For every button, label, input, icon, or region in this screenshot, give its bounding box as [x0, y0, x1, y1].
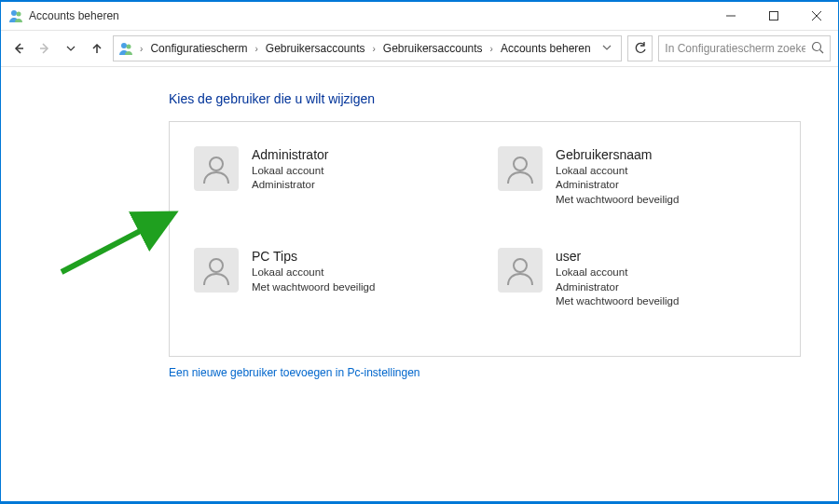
svg-point-14: [514, 157, 527, 170]
account-tile[interactable]: user Lokaal account Administrator Met wa…: [496, 246, 777, 310]
up-button[interactable]: [87, 37, 107, 60]
svg-point-9: [121, 43, 127, 48]
maximize-button[interactable]: [752, 2, 795, 30]
back-button[interactable]: [8, 37, 29, 60]
account-info: PC Tips Lokaal account Met wachtwoord be…: [252, 248, 375, 294]
recent-locations-button[interactable]: [61, 37, 81, 60]
account-info: user Lokaal account Administrator Met wa…: [556, 248, 679, 308]
avatar-icon: [498, 146, 543, 191]
breadcrumb-item[interactable]: Configuratiescherm: [146, 40, 251, 57]
titlebar: Accounts beheren: [1, 2, 838, 30]
account-info: Gebruikersnaam Lokaal account Administra…: [556, 146, 679, 207]
chevron-right-icon[interactable]: ›: [371, 44, 378, 54]
svg-point-16: [514, 259, 527, 272]
refresh-button[interactable]: [627, 35, 653, 61]
breadcrumb-item[interactable]: Gebruikersaccounts: [262, 40, 369, 57]
account-name: PC Tips: [252, 248, 375, 266]
address-bar[interactable]: › Configuratiescherm › Gebruikersaccount…: [113, 35, 622, 61]
search-input[interactable]: [665, 42, 805, 55]
avatar-icon: [498, 248, 543, 293]
account-meta: Administrator: [252, 178, 328, 193]
breadcrumb-item[interactable]: Accounts beheren: [497, 40, 595, 57]
avatar-icon: [194, 146, 239, 191]
account-meta: Met wachtwoord beveiligd: [556, 193, 679, 208]
account-name: user: [556, 248, 679, 266]
svg-rect-3: [770, 12, 778, 20]
svg-point-13: [210, 157, 223, 170]
minimize-button[interactable]: [709, 2, 752, 30]
account-name: Administrator: [252, 146, 328, 164]
window-controls: [709, 2, 838, 30]
chevron-right-icon[interactable]: ›: [488, 44, 495, 54]
account-meta: Lokaal account: [252, 164, 328, 179]
close-button[interactable]: [795, 2, 838, 30]
window-title: Accounts beheren: [29, 9, 119, 22]
account-meta: Lokaal account: [556, 164, 679, 179]
chevron-right-icon[interactable]: ›: [253, 44, 259, 54]
navbar: › Configuratiescherm › Gebruikersaccount…: [1, 30, 838, 67]
account-tile[interactable]: PC Tips Lokaal account Met wachtwoord be…: [192, 246, 474, 310]
user-accounts-icon: [117, 40, 134, 57]
svg-point-11: [812, 42, 820, 50]
search-box[interactable]: [658, 35, 831, 61]
search-icon[interactable]: [811, 41, 824, 57]
address-dropdown-button[interactable]: [597, 43, 617, 54]
breadcrumb-item[interactable]: Gebruikersaccounts: [379, 40, 487, 57]
account-meta: Administrator: [556, 178, 679, 193]
svg-point-1: [17, 12, 21, 17]
svg-point-0: [11, 10, 17, 16]
account-tile[interactable]: Administrator Lokaal account Administrat…: [192, 144, 474, 209]
account-meta: Lokaal account: [556, 266, 679, 280]
page-heading: Kies de gebruiker die u wilt wijzigen: [169, 91, 801, 106]
svg-point-10: [127, 45, 131, 49]
account-meta: Met wachtwoord beveiligd: [556, 294, 679, 309]
account-name: Gebruikersnaam: [556, 146, 679, 164]
account-meta: Lokaal account: [252, 266, 375, 280]
account-meta: Met wachtwoord beveiligd: [252, 280, 375, 295]
chevron-right-icon[interactable]: ›: [138, 44, 144, 54]
add-user-link[interactable]: Een nieuwe gebruiker toevoegen in Pc-ins…: [169, 366, 420, 379]
avatar-icon: [194, 248, 239, 293]
account-info: Administrator Lokaal account Administrat…: [252, 146, 328, 193]
svg-point-15: [210, 259, 223, 272]
account-tile[interactable]: Gebruikersnaam Lokaal account Administra…: [496, 144, 777, 209]
account-meta: Administrator: [556, 280, 679, 295]
forward-button[interactable]: [34, 37, 55, 60]
svg-line-12: [819, 49, 823, 53]
content-area: Kies de gebruiker die u wilt wijzigen Ad…: [1, 67, 838, 398]
user-accounts-icon: [8, 8, 23, 23]
accounts-container: Administrator Lokaal account Administrat…: [169, 121, 801, 357]
